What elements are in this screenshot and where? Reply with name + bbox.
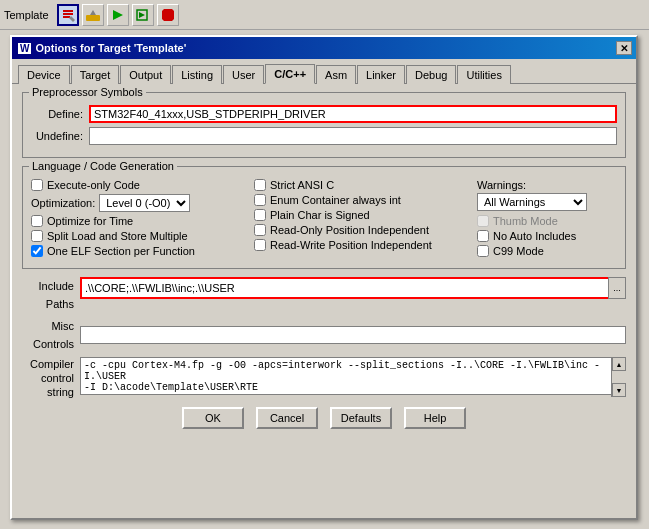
execute-only-label: Execute-only Code — [47, 179, 140, 191]
read-only-pos-label: Read-Only Position Independent — [270, 224, 429, 236]
enum-container-checkbox[interactable] — [254, 194, 266, 206]
ok-button[interactable]: OK — [182, 407, 244, 429]
tab-cpp[interactable]: C/C++ — [265, 64, 315, 84]
tab-linker[interactable]: Linker — [357, 65, 405, 84]
c99-mode-label: C99 Mode — [493, 245, 544, 257]
thumb-mode-checkbox[interactable] — [477, 215, 489, 227]
compiler-control-row: Compiler control string -c -cpu Cortex-M… — [22, 357, 626, 399]
svg-rect-1 — [63, 13, 73, 15]
preprocessor-group: Preprocessor Symbols Define: Undefine: — [22, 92, 626, 158]
compiler-input-container: -c -cpu Cortex-M4.fp -g -O0 -apcs=interw… — [80, 357, 626, 397]
taskbar-title: Template — [4, 9, 49, 21]
strict-ansi-checkbox[interactable] — [254, 179, 266, 191]
define-label: Define: — [31, 108, 89, 120]
plain-char-checkbox[interactable] — [254, 209, 266, 221]
preprocessor-group-title: Preprocessor Symbols — [29, 86, 146, 98]
language-col2: Strict ANSI C Enum Container always int … — [254, 179, 471, 260]
compiler-control-label: Compiler control string — [22, 357, 80, 399]
bottom-buttons: OK Cancel Defaults Help — [22, 399, 626, 433]
dialog-titlebar: W Options for Target 'Template' ✕ — [12, 37, 636, 59]
cancel-button[interactable]: Cancel — [256, 407, 318, 429]
warnings-select[interactable]: All Warnings No Warnings Unspecified — [477, 193, 587, 211]
misc-controls-input[interactable] — [80, 326, 626, 344]
tab-listing[interactable]: Listing — [172, 65, 222, 84]
language-group-title: Language / Code Generation — [29, 160, 177, 172]
language-col1: Execute-only Code Optimization: Level 0 … — [31, 179, 248, 260]
compiler-control-input[interactable]: -c -cpu Cortex-M4.fp -g -O0 -apcs=interw… — [80, 357, 626, 395]
dialog-title-icon: W — [18, 43, 31, 54]
svg-rect-4 — [86, 15, 100, 21]
svg-marker-9 — [162, 9, 174, 21]
warnings-col: Warnings: All Warnings No Warnings Unspe… — [477, 179, 617, 260]
svg-rect-0 — [63, 10, 73, 12]
compiler-scrollbar: ▲ ▼ — [611, 357, 626, 397]
tab-target[interactable]: Target — [71, 65, 120, 84]
warnings-label: Warnings: — [477, 179, 617, 191]
include-paths-row: Include Paths ... — [22, 277, 626, 313]
optimization-select[interactable]: Level 0 (-O0) — [99, 194, 190, 212]
enum-container-label: Enum Container always int — [270, 194, 401, 206]
optimize-time-label: Optimize for Time — [47, 215, 133, 227]
strict-ansi-label: Strict ANSI C — [270, 179, 334, 191]
undefine-label: Undefine: — [31, 130, 89, 142]
tab-asm[interactable]: Asm — [316, 65, 356, 84]
tab-output[interactable]: Output — [120, 65, 171, 84]
plain-char-label: Plain Char is Signed — [270, 209, 370, 221]
compiler-scroll-down[interactable]: ▼ — [612, 383, 626, 397]
taskbar: Template — [0, 0, 649, 30]
load-toolbar-btn[interactable] — [82, 4, 104, 26]
svg-marker-6 — [113, 10, 123, 20]
svg-marker-5 — [90, 10, 96, 15]
help-button[interactable]: Help — [404, 407, 466, 429]
one-elf-label: One ELF Section per Function — [47, 245, 195, 257]
read-write-pos-checkbox[interactable] — [254, 239, 266, 251]
include-browse-button[interactable]: ... — [608, 277, 626, 299]
misc-controls-label: Misc Controls — [22, 317, 80, 353]
compiler-scroll-up[interactable]: ▲ — [612, 357, 626, 371]
dialog-title: Options for Target 'Template' — [35, 42, 186, 54]
optimization-label: Optimization: — [31, 197, 95, 209]
tab-device[interactable]: Device — [18, 65, 70, 84]
build-toolbar-btn[interactable] — [57, 4, 79, 26]
tab-debug[interactable]: Debug — [406, 65, 456, 84]
execute-only-checkbox[interactable] — [31, 179, 43, 191]
undefine-input[interactable] — [89, 127, 617, 145]
c99-mode-checkbox[interactable] — [477, 245, 489, 257]
read-only-pos-checkbox[interactable] — [254, 224, 266, 236]
dialog-content: Preprocessor Symbols Define: Undefine: L… — [12, 84, 636, 441]
svg-rect-2 — [63, 16, 70, 18]
tab-utilities[interactable]: Utilities — [457, 65, 510, 84]
tab-user[interactable]: User — [223, 65, 264, 84]
thumb-mode-label: Thumb Mode — [493, 215, 558, 227]
include-paths-input[interactable] — [80, 277, 626, 299]
svg-marker-8 — [139, 12, 145, 18]
language-group: Language / Code Generation Execute-only … — [22, 166, 626, 269]
no-auto-includes-checkbox[interactable] — [477, 230, 489, 242]
optimize-time-checkbox[interactable] — [31, 215, 43, 227]
define-input[interactable] — [89, 105, 617, 123]
split-load-store-checkbox[interactable] — [31, 230, 43, 242]
defaults-button[interactable]: Defaults — [330, 407, 392, 429]
misc-controls-row: Misc Controls — [22, 317, 626, 353]
tabs-bar: Device Target Output Listing User C/C++ … — [12, 59, 636, 84]
close-button[interactable]: ✕ — [616, 41, 632, 55]
split-load-store-label: Split Load and Store Multiple — [47, 230, 188, 242]
include-paths-label: Include Paths — [22, 277, 80, 313]
no-auto-includes-label: No Auto Includes — [493, 230, 576, 242]
run-toolbar-btn[interactable] — [132, 4, 154, 26]
one-elf-checkbox[interactable] — [31, 245, 43, 257]
stop-toolbar-btn[interactable] — [157, 4, 179, 26]
dialog: W Options for Target 'Template' ✕ Device… — [10, 35, 638, 520]
include-paths-container: ... — [80, 277, 626, 299]
debug-toolbar-btn[interactable] — [107, 4, 129, 26]
read-write-pos-label: Read-Write Position Independent — [270, 239, 432, 251]
